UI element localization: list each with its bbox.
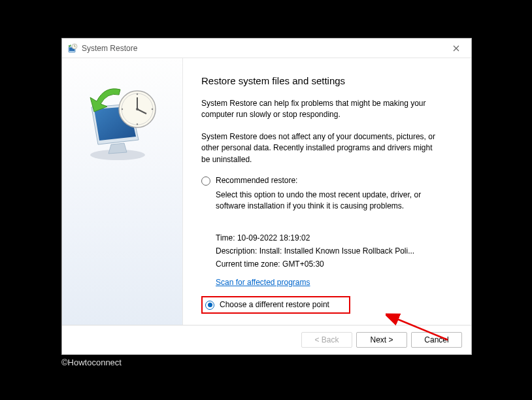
choose-different-radio[interactable]: Choose a different restore point	[205, 300, 329, 310]
intro-paragraph-1: System Restore can help fix problems tha…	[201, 98, 443, 121]
back-button: < Back	[301, 332, 352, 348]
choose-different-label: Choose a different restore point	[220, 300, 329, 309]
radio-checked-icon	[205, 301, 214, 310]
highlight-annotation: Choose a different restore point	[201, 296, 350, 314]
detail-timezone: Current time zone: GMT+05:30	[216, 258, 452, 271]
close-button[interactable]	[446, 41, 466, 56]
recommended-restore-radio[interactable]: Recommended restore:	[201, 176, 452, 186]
radio-unchecked-icon	[201, 176, 210, 186]
detail-description: Description: Install: Installed Known Is…	[216, 244, 452, 258]
restore-graphic-icon	[80, 78, 165, 163]
window-title: System Restore	[82, 44, 446, 53]
cancel-button[interactable]: Cancel	[411, 332, 462, 348]
dialog-footer: < Back Next > Cancel	[62, 325, 471, 354]
svg-point-11	[122, 108, 123, 110]
intro-paragraph-2: System Restore does not affect any of yo…	[201, 131, 443, 165]
dialog-body: Restore system files and settings System…	[62, 58, 471, 325]
svg-point-10	[137, 124, 138, 125]
page-heading: Restore system files and settings	[201, 75, 452, 86]
side-panel	[62, 58, 183, 325]
recommended-label: Recommended restore:	[216, 176, 297, 185]
svg-point-12	[152, 108, 153, 110]
titlebar: System Restore	[62, 39, 471, 58]
system-restore-dialog: System Restore	[61, 38, 472, 355]
system-restore-icon	[67, 43, 78, 54]
copyright-text: ©Howtoconnect	[61, 358, 122, 367]
restore-details: Time: 10-09-2022 18:19:02 Description: I…	[216, 231, 452, 271]
svg-point-9	[137, 93, 138, 95]
recommended-description: Select this option to undo the most rece…	[216, 190, 431, 212]
next-button[interactable]: Next >	[356, 332, 407, 348]
content-panel: Restore system files and settings System…	[183, 58, 471, 325]
scan-affected-link[interactable]: Scan for affected programs	[216, 278, 310, 287]
detail-time: Time: 10-09-2022 18:19:02	[216, 231, 452, 244]
